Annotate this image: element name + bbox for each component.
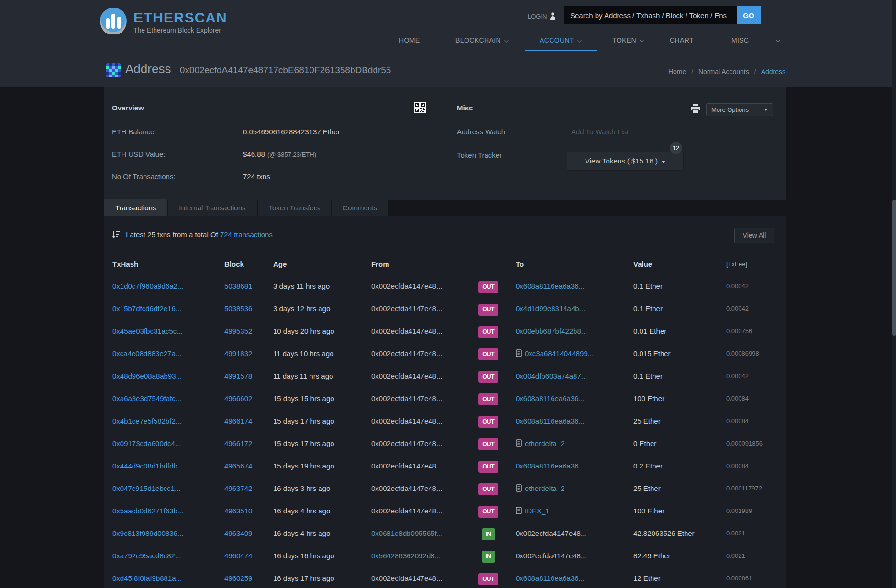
tx-to-address[interactable]: 0x608a8116ea6a36...	[516, 574, 585, 582]
table-row: 0x9c813f989d00836... 4963409 16 days 4 h…	[104, 522, 786, 544]
tx-hash-link[interactable]: 0x1d0c7f960a9d6a2...	[112, 275, 183, 297]
more-options-select[interactable]: More Options	[706, 103, 773, 116]
tx-block-link[interactable]: 4960259	[224, 567, 252, 588]
table-row: 0x45ae03fbc31ac5c... 4995352 10 days 20 …	[104, 320, 786, 342]
breadcrumb-home[interactable]: Home	[668, 68, 686, 76]
col-age: Age	[273, 257, 287, 272]
go-button[interactable]: GO	[737, 6, 761, 24]
nav-item-misc[interactable]: MISC	[731, 36, 749, 44]
tx-to-address[interactable]: 0x608a8116ea6a36...	[516, 462, 585, 470]
tx-to-address[interactable]: 0x608a8116ea6a36...	[516, 282, 585, 290]
tx-to-address[interactable]: 0x004dfb603a74a87...	[516, 372, 587, 380]
login-label: LOGIN	[528, 13, 547, 20]
caret-down-icon	[662, 161, 665, 163]
nav-item-chart[interactable]: CHART	[670, 36, 694, 44]
tx-hash-link[interactable]: 0xd45f8f0faf9b881a...	[112, 567, 182, 588]
nav-item-blockchain[interactable]: BLOCKCHAIN	[455, 36, 508, 44]
tx-hash-link[interactable]: 0x4b1ce7e5f582bf2...	[112, 410, 181, 432]
tx-value: 0.1 Ether	[633, 365, 663, 387]
tx-hash-link[interactable]: 0x5aacb0d6271f63b...	[112, 500, 183, 522]
tx-hash-link[interactable]: 0x444d9c08d1bdfdb...	[112, 455, 183, 477]
login-button[interactable]: LOGIN	[528, 12, 556, 21]
search-bar: GO	[564, 6, 761, 24]
tx-age: 15 days 17 hrs ago	[273, 432, 334, 455]
tx-from-address: 0x002ecfda4147e48...	[371, 432, 442, 455]
tx-to-address[interactable]: 0xc3a68414044899...	[525, 349, 594, 358]
token-count-badge: 12	[670, 142, 682, 154]
tx-block-link[interactable]: 5038536	[224, 297, 252, 320]
tx-block-link[interactable]: 4966602	[224, 387, 252, 410]
nav-item-misc-chevron[interactable]	[773, 36, 780, 44]
tx-to-address[interactable]: IDEX_1	[525, 507, 550, 515]
tx-block-link[interactable]: 4991832	[224, 342, 252, 365]
tx-direction-badge: OUT	[478, 506, 498, 518]
tx-hash-link[interactable]: 0x45ae03fbc31ac5c...	[112, 320, 183, 342]
breadcrumb-normal-accounts[interactable]: Normal Accounts	[698, 68, 749, 76]
tx-hash-link[interactable]: 0x48d96e08a8ab93...	[112, 365, 182, 387]
nav-item-account[interactable]: ACCOUNT	[540, 36, 581, 44]
tx-age: 16 days 3 hrs ago	[273, 477, 330, 500]
tx-to-address[interactable]: 0x4d1d99e8314a4b...	[516, 305, 585, 313]
tx-to-address[interactable]: 0x00ebb687bf422b8...	[516, 327, 587, 335]
tx-age: 15 days 15 hrs ago	[273, 387, 334, 410]
tx-block-link[interactable]: 4966172	[224, 432, 252, 455]
tx-block-link[interactable]: 4991578	[224, 365, 252, 387]
tx-block-link[interactable]: 4963742	[224, 477, 252, 500]
tab-internal-transactions[interactable]: Internal Transactions	[168, 199, 256, 216]
etherscan-logo[interactable]: ETHERSCAN The Ethereum Block Explorer	[100, 8, 227, 36]
tx-to-address[interactable]: etherdelta_2	[525, 484, 564, 492]
tx-block-link[interactable]: 4966174	[224, 410, 252, 432]
tx-block-link[interactable]: 5038681	[224, 275, 252, 297]
tx-value: 0.1 Ether	[633, 297, 663, 320]
tx-from-address: 0x002ecfda4147e48...	[371, 410, 442, 432]
add-to-watchlist-link[interactable]: Add To Watch List	[571, 128, 629, 136]
tx-hash-link[interactable]: 0xa792e95acd8c82...	[112, 544, 181, 567]
tx-from-address: 0x002ecfda4147e48...	[371, 297, 442, 320]
contract-document-icon	[516, 439, 522, 447]
printer-icon[interactable]	[690, 104, 702, 114]
tx-from-address[interactable]: 0x0681d8db095565f...	[371, 522, 442, 544]
tx-from-address[interactable]: 0x564286362092d8...	[371, 544, 441, 567]
nav-item-home[interactable]: HOME	[399, 36, 420, 44]
site-header: ETHERSCAN The Ethereum Block Explorer LO…	[0, 0, 896, 87]
qr-code-icon[interactable]	[414, 102, 426, 113]
table-row: 0xd45f8f0faf9b881a... 4960259 16 days 17…	[104, 567, 786, 588]
tx-block-link[interactable]: 4995352	[224, 320, 252, 342]
tx-to-address[interactable]: etherdelta_2	[525, 439, 564, 447]
tx-block-link[interactable]: 4960474	[224, 544, 252, 567]
tx-hash-link[interactable]: 0xa6a3e3d7549fafc...	[112, 387, 181, 410]
sort-amount-icon	[112, 231, 120, 239]
tx-block-link[interactable]: 4965674	[224, 455, 252, 477]
tab-comments[interactable]: Comments	[332, 199, 388, 216]
tx-block-link[interactable]: 4963409	[224, 522, 252, 544]
total-transactions-link[interactable]: 724 transactions	[220, 230, 273, 239]
tx-value: 0.2 Ether	[633, 455, 663, 477]
tx-fee: 0.00084	[726, 387, 749, 410]
view-all-button[interactable]: View All	[734, 228, 774, 243]
tab-transactions[interactable]: Transactions	[104, 199, 167, 216]
scrollbar-thumb[interactable]	[892, 200, 896, 336]
tab-bar: TransactionsInternal TransactionsToken T…	[104, 199, 389, 216]
tx-fee: 0.00042	[726, 365, 749, 387]
col-value: Value	[633, 257, 652, 272]
view-tokens-button[interactable]: View Tokens ( $15.16 )	[567, 152, 684, 171]
tx-block-link[interactable]: 4963510	[224, 500, 252, 522]
tx-hash-link[interactable]: 0xca4e08d883e27a...	[112, 342, 181, 365]
tab-token-transfers[interactable]: Token Transfers	[258, 199, 331, 216]
tx-to-address[interactable]: 0x608a8116ea6a36...	[516, 394, 585, 403]
nav-item-token[interactable]: TOKEN	[612, 36, 643, 44]
search-input[interactable]	[564, 6, 737, 24]
tx-hash-link[interactable]: 0x09173cda600dc4...	[112, 432, 181, 455]
tx-hash-link[interactable]: 0x15b7dfcd6df2e16...	[112, 297, 181, 320]
tx-direction-badge: OUT	[478, 438, 498, 450]
tx-fee: 0.00042	[726, 275, 749, 297]
misc-title: Misc	[457, 104, 473, 112]
tx-age: 16 days 17 hrs ago	[273, 567, 334, 588]
tx-age: 3 days 11 hrs ago	[273, 275, 330, 297]
col-to: To	[516, 257, 524, 272]
tx-to-address[interactable]: 0x608a8116ea6a36...	[516, 417, 585, 425]
tx-direction-badge: IN	[482, 528, 495, 540]
tx-direction-badge: OUT	[478, 483, 498, 495]
tx-hash-link[interactable]: 0x047c915d1ebcc1...	[112, 477, 181, 500]
tx-hash-link[interactable]: 0x9c813f989d00836...	[112, 522, 183, 544]
